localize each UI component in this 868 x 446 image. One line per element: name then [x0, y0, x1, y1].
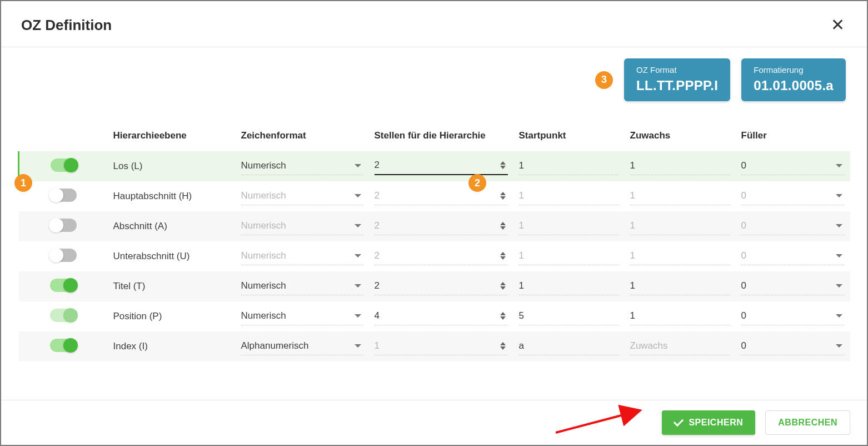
format-select[interactable]: Numerisch [241, 278, 363, 295]
fueller-select[interactable]: 0 [741, 278, 845, 295]
row-toggle[interactable] [50, 189, 77, 202]
zuwachs-input: 1 [630, 188, 730, 205]
spinner-icon [500, 312, 506, 320]
row-name: Unterabschnitt (U) [108, 241, 236, 271]
chevron-down-icon [836, 344, 842, 348]
spinner-icon [500, 222, 506, 230]
start-input[interactable]: 1 [519, 158, 619, 175]
oz-format-value: LL.TT.PPPP.I [636, 78, 718, 93]
svg-line-0 [556, 410, 640, 433]
row-toggle[interactable] [50, 279, 77, 292]
row-name: Los (L) [108, 151, 236, 181]
table-row: Abschnitt (A)Numerisch2110 [19, 211, 851, 241]
row-toggle[interactable] [50, 219, 77, 232]
modal-footer: SPEICHERN ABBRECHEN [1, 400, 867, 445]
info-row: 3 OZ Format LL.TT.PPPP.I Formatierung 01… [18, 58, 850, 101]
table-row: Hauptabschnitt (H)Numerisch2110 [19, 181, 851, 211]
stellen-input[interactable]: 4 [375, 308, 508, 325]
zuwachs-input[interactable]: 1 [630, 158, 730, 175]
cancel-button[interactable]: ABBRECHEN [765, 410, 850, 435]
col-header-format: Zeichenformat [236, 123, 369, 151]
chevron-down-icon [836, 164, 842, 167]
format-select: Numerisch [241, 188, 363, 205]
spinner-icon [500, 282, 506, 290]
row-name: Position (P) [108, 301, 236, 331]
save-button-label: SPEICHERN [689, 418, 743, 428]
fueller-select[interactable]: 0 [741, 308, 845, 325]
stellen-input: 2 [375, 248, 508, 265]
zuwachs-input[interactable]: 1 [630, 278, 730, 295]
modal-title: OZ Definition [21, 17, 112, 34]
spinner-icon [500, 252, 506, 260]
stellen-input: 2 [375, 188, 508, 205]
col-header-hierarchie: Hierarchieebene [108, 123, 236, 151]
col-header-start: Startpunkt [513, 123, 625, 151]
stellen-input: 1 [375, 338, 508, 355]
oz-format-card: OZ Format LL.TT.PPPP.I [624, 58, 730, 101]
format-select[interactable]: Alphanumerisch [241, 338, 363, 355]
stellen-input[interactable]: 2 [375, 278, 508, 295]
format-select: Numerisch [241, 218, 363, 235]
fueller-select: 0 [741, 248, 845, 265]
formatting-value: 01.01.0005.a [754, 78, 834, 93]
table-row: Position (P)Numerisch4510 [19, 301, 851, 331]
spinner-icon [500, 192, 506, 200]
row-name: Hauptabschnitt (H) [108, 181, 236, 211]
start-input: 1 [519, 218, 619, 235]
row-toggle[interactable] [50, 339, 77, 352]
annotation-arrow [551, 404, 651, 437]
chevron-down-icon [355, 224, 361, 227]
chevron-down-icon [355, 164, 361, 167]
format-select[interactable]: Numerisch [241, 158, 363, 175]
modal-header: OZ Definition ✕ [1, 1, 867, 47]
fueller-select: 0 [741, 218, 845, 235]
col-header-zuwachs: Zuwachs [625, 123, 736, 151]
col-header-stellen: Stellen für die Hierarchie [369, 123, 513, 151]
row-name: Index (I) [108, 331, 236, 361]
table-row: Unterabschnitt (U)Numerisch2110 [19, 241, 851, 271]
fueller-select[interactable]: 0 [741, 338, 845, 355]
stellen-input: 2 [375, 218, 508, 235]
annotation-badge-2: 2 [468, 174, 486, 192]
cancel-button-label: ABBRECHEN [778, 418, 837, 428]
row-toggle[interactable] [51, 158, 77, 172]
format-select: Numerisch [241, 248, 363, 265]
save-button[interactable]: SPEICHERN [662, 410, 755, 435]
zuwachs-input[interactable]: 1 [630, 308, 730, 325]
annotation-badge-1: 1 [14, 174, 32, 192]
row-name: Titel (T) [108, 271, 236, 301]
chevron-down-icon [836, 224, 842, 227]
stellen-input[interactable]: 2 [375, 157, 508, 175]
row-toggle[interactable] [50, 309, 77, 322]
chevron-down-icon [355, 254, 361, 257]
check-icon [674, 417, 684, 427]
chevron-down-icon [836, 284, 842, 288]
start-input: 1 [519, 248, 619, 265]
chevron-down-icon [836, 254, 842, 257]
chevron-down-icon [836, 194, 842, 197]
col-header-fueller: Füller [736, 123, 851, 151]
oz-format-label: OZ Format [636, 65, 718, 75]
spinner-icon [500, 161, 506, 169]
spinner-icon [500, 342, 506, 350]
start-input: 1 [519, 188, 619, 205]
table-row: Index (I)Alphanumerisch1aZuwachs0 [19, 331, 851, 361]
fueller-select: 0 [741, 188, 845, 205]
fueller-select[interactable]: 0 [741, 158, 845, 175]
table-row: Titel (T)Numerisch2110 [19, 271, 851, 301]
format-select[interactable]: Numerisch [241, 308, 363, 325]
chevron-down-icon [836, 314, 842, 318]
modal-body: 3 OZ Format LL.TT.PPPP.I Formatierung 01… [1, 47, 867, 400]
chevron-down-icon [355, 344, 361, 348]
start-input[interactable]: a [519, 338, 619, 355]
close-icon[interactable]: ✕ [829, 14, 847, 36]
row-toggle[interactable] [50, 249, 77, 262]
chevron-down-icon [355, 314, 361, 318]
start-input[interactable]: 5 [519, 308, 619, 325]
formatting-card: Formatierung 01.01.0005.a [741, 58, 846, 101]
start-input[interactable]: 1 [519, 278, 619, 295]
zuwachs-input: 1 [630, 248, 730, 265]
oz-definition-modal: OZ Definition ✕ 3 OZ Format LL.TT.PPPP.I… [0, 0, 868, 446]
hierarchy-table: Hierarchieebene Zeichenformat Stellen fü… [18, 123, 850, 361]
formatting-label: Formatierung [754, 65, 834, 75]
